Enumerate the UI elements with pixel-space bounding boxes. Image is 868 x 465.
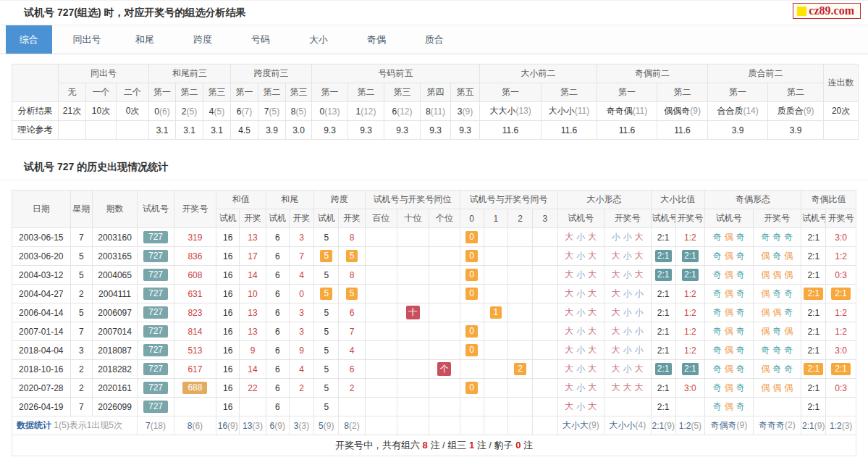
stats-cell-daxiao-bizhi-shiji: 2:1(9): [651, 416, 675, 435]
cell-daxiao-bizhi-kaijiang: 1:2: [675, 322, 704, 341]
tab-item-4[interactable]: 号码: [237, 25, 284, 54]
stats-cell-jiou-bizhi-kaijiang: 1:2(3): [826, 416, 856, 435]
cell-shiji-badge: 727: [138, 360, 174, 379]
tab-item-2[interactable]: 和尾: [122, 25, 168, 54]
cell-shiji-badge: 727: [138, 379, 174, 398]
cell-tonghao-1: [484, 285, 507, 303]
cell-daxiao-xingtai-kaijiang: 大小小: [604, 285, 651, 303]
analysis-row: 分析结果21次10次0次0(6)2(5)4(5)6(7)7(5)8(5)0(13…: [12, 102, 859, 121]
tab-item-3[interactable]: 跨度: [180, 25, 226, 54]
analysis-table: 同出号和尾前三跨度前三号码前五大小前二奇偶前二质合前二连出数无一个二个第一第二第…: [12, 64, 859, 140]
cell-jiou-bizhi-kaijiang: [826, 398, 856, 416]
analysis-cell: 偶偶奇(9): [657, 102, 708, 121]
history-group-header: 奇偶形态: [705, 190, 801, 209]
cell-hewei-shiji: 6: [266, 266, 289, 285]
stats-cell-daxiao-xingtai-kaijiang: 大小小(4): [604, 416, 651, 435]
cell-daxiao-bizhi-shiji: 2:1: [651, 228, 675, 247]
cell-date: 2018-10-16: [12, 360, 71, 379]
cell-jiou-bizhi-shiji: 2:1: [801, 341, 826, 360]
history-sub-header: 3: [533, 209, 557, 228]
cell-shiji-badge: 727: [138, 322, 174, 341]
history-sub-header: 试机号: [651, 209, 675, 228]
cell-baiwei: [365, 322, 397, 341]
page-title-bar: 试机号 727(组选) 时，对应开奖号的组选分析结果 cz89.com: [0, 0, 868, 25]
history-group-header: 试机号与开奖号同号: [460, 190, 557, 209]
cell-hezhi-kaijiang: 13: [240, 322, 266, 341]
cell-daxiao-bizhi-shiji: 2:1: [651, 303, 675, 322]
cell-hezhi-kaijiang: 9: [240, 341, 266, 360]
cell-date: 2018-04-04: [12, 341, 71, 360]
cell-baiwei: [365, 360, 397, 379]
cell-gewei: [429, 398, 460, 416]
cell-week: 7: [70, 228, 92, 247]
analysis-cell: 3.1: [203, 121, 231, 140]
cell-baiwei: [365, 379, 397, 398]
stats-cell-tonghao-3: [533, 416, 557, 435]
tab-item-1[interactable]: 同出号: [64, 25, 110, 54]
cell-hewei-kaijiang: 4: [289, 266, 313, 285]
cell-tonghao-2: [508, 322, 533, 341]
analysis-row-label: 理论参考: [12, 121, 59, 140]
cell-jiou-bizhi-kaijiang: 1:2: [826, 303, 856, 322]
cell-tonghao-3: [533, 379, 557, 398]
cell-hewei-shiji: 6: [266, 341, 289, 360]
history-section-title: 试机号 727 的历史出现情况统计: [0, 155, 868, 180]
analysis-cell: 3.9: [768, 121, 824, 140]
cell-week: 2: [70, 285, 92, 303]
cell-kuadu-kaijiang: 8: [339, 266, 365, 285]
analysis-cell: [117, 121, 149, 140]
tab-item-5[interactable]: 大小: [295, 25, 342, 54]
cell-period: 2003165: [92, 247, 137, 266]
history-row: 2018-04-04320180877275131696954 0 大小大大小小…: [12, 341, 856, 360]
cell-hewei-shiji: 6: [266, 228, 289, 247]
history-row: 2003-06-205200316572783616176755 0 大小大大小…: [12, 247, 856, 266]
cell-hezhi-shiji: 16: [216, 228, 240, 247]
cell-period: 2020161: [92, 379, 137, 398]
cell-hezhi-kaijiang: 14: [240, 266, 266, 285]
cell-daxiao-xingtai-kaijiang: 大小小: [604, 303, 651, 322]
analysis-group-header: 号码前五: [312, 64, 480, 83]
cell-shiwei: [397, 360, 429, 379]
cell-tonghao-2: [508, 379, 533, 398]
cell-tonghao-1: [484, 379, 507, 398]
analysis-cell: 3.1: [176, 121, 203, 140]
analysis-cell: 质质合(9): [768, 102, 824, 121]
cell-daxiao-xingtai-kaijiang: 大小大: [604, 360, 651, 379]
cell-kuadu-kaijiang: 6: [339, 303, 365, 322]
tab-zonghe[interactable]: 综合: [6, 25, 52, 54]
cell-week: 7: [70, 398, 92, 416]
stats-row: 数据统计 1(5)表示1出现5次7(18)8(6)16(9)13(3)6(9)3…: [12, 416, 856, 435]
cell-jiou-xingtai-kaijiang: 偶奇奇: [753, 360, 801, 379]
tab-item-6[interactable]: 奇偶: [353, 25, 400, 54]
cell-jiou-bizhi-kaijiang: 1:2: [826, 322, 856, 341]
history-row: 2004-03-125200406572760816146458 0 大小大大小…: [12, 266, 856, 285]
cell-daxiao-bizhi-kaijiang: [675, 398, 704, 416]
cell-kuadu-shiji: 5: [314, 360, 339, 379]
cell-hewei-shiji: 6: [266, 285, 289, 303]
site-logo[interactable]: cz89.com: [793, 3, 861, 19]
tab-item-7[interactable]: 质合: [411, 25, 458, 54]
cell-hezhi-kaijiang: 17: [240, 247, 266, 266]
cell-daxiao-xingtai-kaijiang: 大大大: [604, 379, 651, 398]
cell-hewei-shiji: 6: [266, 398, 289, 416]
analysis-sub-header: 一个: [86, 83, 117, 102]
cell-kuadu-shiji: 5: [314, 341, 339, 360]
cell-hezhi-shiji: 16: [216, 379, 240, 398]
cell-shiji-badge: 727: [138, 228, 174, 247]
analysis-cell: 6(12): [384, 102, 421, 121]
history-sub-header: 1: [484, 209, 507, 228]
cell-daxiao-xingtai-kaijiang: 大小小: [604, 322, 651, 341]
cell-jiou-bizhi-kaijiang: 0:3: [826, 379, 856, 398]
cell-tonghao-3: [533, 322, 557, 341]
analysis-cell: 3.9: [708, 121, 768, 140]
stats-cell-hewei-kaijiang: 3(3): [289, 416, 313, 435]
history-table: 日期星期期数试机号开奖号和值和尾跨度试机号与开奖号同位试机号与开奖号同号大小形态…: [12, 190, 856, 456]
analysis-group-header: 大小前二: [480, 64, 597, 83]
cell-daxiao-bizhi-kaijiang: 3:0: [675, 379, 704, 398]
history-sub-header: 试机号: [801, 209, 826, 228]
cell-kaijiang: 319: [174, 228, 216, 247]
cell-tonghao-3: [533, 247, 557, 266]
stats-cell-shiwei: [397, 416, 429, 435]
cell-period: 2003160: [92, 228, 137, 247]
cell-jiou-xingtai-shiji: 奇偶奇: [705, 303, 754, 322]
